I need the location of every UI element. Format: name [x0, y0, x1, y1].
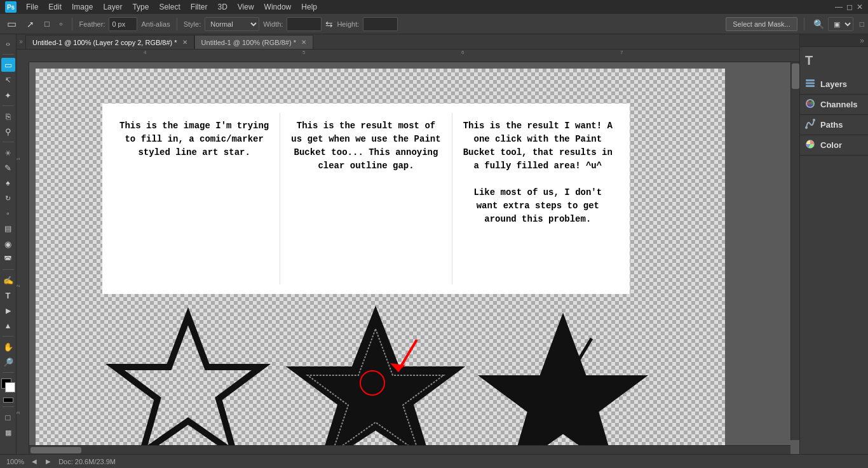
minimize-btn[interactable]: — — [835, 3, 843, 11]
tool-marquee[interactable]: ▭ — [1, 58, 15, 72]
red-circle — [360, 370, 385, 396]
nav-prev[interactable]: ◀ — [31, 457, 38, 466]
tool-collapse[interactable]: ‹› — [1, 37, 15, 51]
text-col-3: This is the result I want! A one click w… — [452, 113, 623, 284]
ruler-h-inner: 4 5 6 7 — [29, 50, 799, 62]
tabs-bar: » Untitled-1 @ 100% (Layer 2 copy 2, RGB… — [17, 34, 799, 50]
color-icon — [805, 139, 815, 151]
tool-pen[interactable]: ✍ — [1, 273, 15, 287]
tool-lasso[interactable]: ↸ — [1, 73, 15, 87]
style-select[interactable]: Normal Fixed Ratio Fixed Size — [205, 17, 259, 31]
height-input[interactable] — [363, 17, 398, 31]
tab-layer2[interactable]: Untitled-1 @ 100% (Layer 2 copy 2, RGB/8… — [25, 35, 194, 49]
arrange-icon[interactable]: □ — [860, 20, 864, 29]
app-icon: Ps — [5, 1, 17, 13]
menu-3d[interactable]: 3D — [213, 1, 231, 13]
svg-rect-9 — [806, 83, 815, 84]
tool-history-brush[interactable]: ↻ — [1, 191, 15, 205]
layers-label: Layers — [820, 79, 847, 89]
menu-image[interactable]: Image — [67, 1, 97, 13]
tool-brush[interactable]: ✎ — [1, 161, 15, 175]
paths-section[interactable]: Paths — [800, 115, 868, 135]
style-label: Style: — [184, 20, 201, 28]
selection-mode-btn[interactable]: ▭ — [4, 17, 20, 31]
tool-text[interactable]: T — [1, 288, 15, 302]
background-color[interactable] — [5, 382, 15, 392]
scrollbar-thumb-h[interactable] — [31, 447, 81, 453]
menu-filter[interactable]: Filter — [186, 1, 212, 13]
layers-icon-svg — [805, 78, 815, 88]
close-btn[interactable]: ✕ — [857, 3, 863, 11]
tool-blur[interactable]: ◉ — [1, 237, 15, 251]
tab-close-2[interactable]: ✕ — [301, 39, 306, 46]
left-toolbar: ‹› ▭ ↸ ✦ ⎘ ⚲ ⚹ ✎ ♠ ↻ ▫ ▤ ◉ ◚ ✍ T ▶ ▲ ✋ 🔎 — [0, 34, 17, 454]
canvas-scroll-area[interactable]: This is the image I'm trying to fill in,… — [29, 62, 799, 454]
menu-window[interactable]: Window — [260, 1, 296, 13]
red-arrow — [379, 337, 430, 384]
menu-view[interactable]: View — [233, 1, 259, 13]
view-select[interactable]: ▣ — [828, 17, 853, 31]
star-outline-svg — [118, 310, 258, 454]
change-screen-btn[interactable]: □ — [1, 410, 15, 424]
selection-subtract-btn[interactable]: □ — [41, 17, 53, 31]
menu-edit[interactable]: Edit — [44, 1, 66, 13]
tab-label-2: Untitled-1 @ 100% (RGB/8#) * — [201, 39, 296, 46]
tool-zoom[interactable]: 🔎 — [1, 355, 15, 369]
quick-mask-btn[interactable] — [3, 398, 13, 403]
tool-path-select[interactable]: ▶ — [1, 304, 15, 318]
search-icon[interactable]: 🔍 — [813, 19, 824, 29]
ruler-v-inner: 1 2 3 — [17, 62, 29, 454]
width-input[interactable] — [287, 17, 322, 31]
tab-label-1: Untitled-1 @ 100% (Layer 2 copy 2, RGB/8… — [32, 39, 177, 46]
channels-section[interactable]: Channels — [800, 95, 868, 115]
panel-collapse-btn[interactable]: » — [800, 34, 868, 47]
tool-spot-heal[interactable]: ⚹ — [1, 145, 15, 159]
tool-gradient[interactable]: ▤ — [1, 222, 15, 236]
collapse-icon: » — [860, 36, 864, 45]
layers-section[interactable]: Layers — [800, 74, 868, 95]
menu-type[interactable]: Type — [128, 1, 153, 13]
scrollbar-vertical[interactable] — [790, 62, 799, 440]
maximize-btn[interactable]: ◻ — [846, 3, 853, 11]
tool-shape[interactable]: ▲ — [1, 319, 15, 333]
status-bar: 100% ◀ ▶ Doc: 20.6M/23.9M — [0, 454, 868, 468]
layout-btn[interactable]: ▦ — [1, 425, 15, 439]
svg-marker-0 — [115, 316, 261, 453]
tab-close-1[interactable]: ✕ — [182, 39, 187, 46]
tool-magic-wand[interactable]: ✦ — [1, 88, 15, 102]
layers-icon — [805, 78, 815, 90]
tool-crop[interactable]: ⎘ — [1, 109, 15, 123]
selection-move-btn[interactable]: ➚ — [24, 17, 37, 31]
tool-dodge[interactable]: ◚ — [1, 252, 15, 266]
panel-toggle-btn[interactable]: » — [17, 34, 25, 49]
color-label: Color — [820, 140, 842, 150]
scrollbar-thumb-v[interactable] — [792, 64, 799, 89]
ruler-tick-4: 4 — [144, 50, 146, 55]
selection-intersect-btn[interactable]: ▫ — [57, 17, 66, 31]
swap-icon[interactable]: ⇆ — [325, 19, 333, 29]
tab-rgb[interactable]: Untitled-1 @ 100% (RGB/8#) * ✕ — [194, 35, 313, 49]
menu-layer[interactable]: Layer — [98, 1, 126, 13]
ruler-tick-v3: 3 — [17, 411, 21, 414]
tool-eraser[interactable]: ▫ — [1, 206, 15, 220]
ruler-vertical: 1 2 3 — [17, 62, 29, 454]
channels-icon — [805, 98, 815, 110]
star-outline — [118, 310, 258, 454]
menu-file[interactable]: File — [22, 1, 43, 13]
paths-icon-svg — [805, 119, 815, 129]
feather-input[interactable] — [109, 17, 137, 31]
typography-icon[interactable]: T — [805, 53, 813, 68]
tool-eyedropper[interactable]: ⚲ — [1, 124, 15, 138]
color-section[interactable]: Color — [800, 135, 868, 156]
tool-hand[interactable]: ✋ — [1, 340, 15, 354]
main-area: ‹› ▭ ↸ ✦ ⎘ ⚲ ⚹ ✎ ♠ ↻ ▫ ▤ ◉ ◚ ✍ T ▶ ▲ ✋ 🔎 — [0, 34, 868, 454]
nav-next[interactable]: ▶ — [44, 457, 52, 466]
select-mask-button[interactable]: Select and Mask... — [726, 17, 797, 31]
ruler-tick-6: 6 — [461, 50, 464, 55]
tool-stamp[interactable]: ♠ — [1, 176, 15, 190]
svg-point-16 — [813, 119, 815, 121]
feather-label: Feather: — [79, 20, 105, 28]
menu-help[interactable]: Help — [297, 1, 322, 13]
menu-select[interactable]: Select — [154, 1, 184, 13]
scrollbar-horizontal[interactable] — [29, 445, 790, 454]
